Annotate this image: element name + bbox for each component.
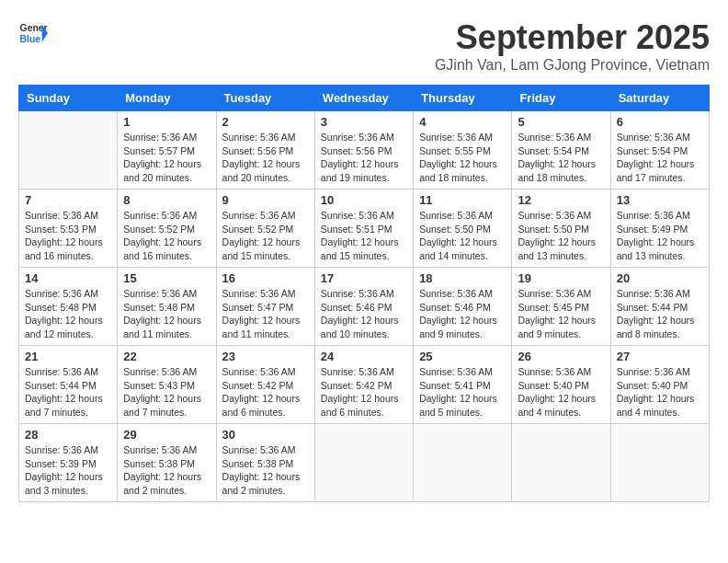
cell-sun-info: Sunrise: 5:36 AM Sunset: 5:41 PM Dayligh… (419, 365, 506, 419)
cell-sun-info: Sunrise: 5:36 AM Sunset: 5:46 PM Dayligh… (321, 287, 407, 341)
calendar-cell: 28Sunrise: 5:36 AM Sunset: 5:39 PM Dayli… (19, 424, 118, 502)
day-number: 6 (617, 115, 703, 129)
week-row-3: 14Sunrise: 5:36 AM Sunset: 5:48 PM Dayli… (19, 268, 710, 346)
day-number: 11 (419, 193, 506, 207)
day-number: 16 (222, 271, 309, 285)
calendar-cell: 20Sunrise: 5:36 AM Sunset: 5:44 PM Dayli… (610, 268, 709, 346)
title-section: September 2025 GJinh Van, Lam GJong Prov… (435, 18, 710, 74)
cell-sun-info: Sunrise: 5:36 AM Sunset: 5:48 PM Dayligh… (25, 287, 111, 341)
day-number: 9 (222, 193, 309, 207)
cell-sun-info: Sunrise: 5:36 AM Sunset: 5:55 PM Dayligh… (419, 131, 506, 185)
calendar-cell: 22Sunrise: 5:36 AM Sunset: 5:43 PM Dayli… (118, 346, 216, 424)
calendar-header-row: SundayMondayTuesdayWednesdayThursdayFrid… (19, 86, 710, 111)
cell-sun-info: Sunrise: 5:36 AM Sunset: 5:44 PM Dayligh… (617, 287, 703, 341)
logo-icon: General Blue (18, 18, 48, 48)
location-subtitle: GJinh Van, Lam GJong Province, Vietnam (435, 57, 710, 74)
calendar-cell: 9Sunrise: 5:36 AM Sunset: 5:52 PM Daylig… (216, 190, 314, 268)
week-row-5: 28Sunrise: 5:36 AM Sunset: 5:39 PM Dayli… (19, 424, 710, 502)
day-number: 10 (321, 193, 407, 207)
day-number: 5 (518, 115, 604, 129)
cell-sun-info: Sunrise: 5:36 AM Sunset: 5:57 PM Dayligh… (123, 131, 210, 185)
calendar-cell: 11Sunrise: 5:36 AM Sunset: 5:50 PM Dayli… (414, 190, 512, 268)
week-row-2: 7Sunrise: 5:36 AM Sunset: 5:53 PM Daylig… (19, 190, 710, 268)
calendar-cell: 15Sunrise: 5:36 AM Sunset: 5:48 PM Dayli… (118, 268, 216, 346)
calendar-cell: 4Sunrise: 5:36 AM Sunset: 5:55 PM Daylig… (414, 111, 512, 190)
header-wednesday: Wednesday (314, 86, 413, 111)
calendar-cell: 6Sunrise: 5:36 AM Sunset: 5:54 PM Daylig… (610, 111, 709, 190)
day-number: 12 (518, 193, 604, 207)
day-number: 15 (123, 271, 210, 285)
calendar-cell: 19Sunrise: 5:36 AM Sunset: 5:45 PM Dayli… (512, 268, 610, 346)
calendar-cell (512, 424, 610, 502)
day-number: 8 (123, 193, 210, 207)
cell-sun-info: Sunrise: 5:36 AM Sunset: 5:42 PM Dayligh… (321, 365, 407, 419)
header-thursday: Thursday (414, 86, 512, 111)
cell-sun-info: Sunrise: 5:36 AM Sunset: 5:42 PM Dayligh… (222, 365, 309, 419)
day-number: 14 (25, 271, 111, 285)
page-header: General Blue September 2025 GJinh Van, L… (18, 18, 710, 74)
calendar-cell: 23Sunrise: 5:36 AM Sunset: 5:42 PM Dayli… (216, 346, 314, 424)
calendar-cell: 16Sunrise: 5:36 AM Sunset: 5:47 PM Dayli… (216, 268, 314, 346)
calendar-cell: 8Sunrise: 5:36 AM Sunset: 5:52 PM Daylig… (118, 190, 216, 268)
cell-sun-info: Sunrise: 5:36 AM Sunset: 5:52 PM Dayligh… (222, 209, 309, 263)
day-number: 24 (321, 350, 407, 363)
calendar-cell (314, 424, 413, 502)
day-number: 18 (419, 271, 506, 285)
calendar-cell: 21Sunrise: 5:36 AM Sunset: 5:44 PM Dayli… (19, 346, 118, 424)
calendar-table: SundayMondayTuesdayWednesdayThursdayFrid… (18, 85, 710, 502)
cell-sun-info: Sunrise: 5:36 AM Sunset: 5:51 PM Dayligh… (321, 209, 407, 263)
cell-sun-info: Sunrise: 5:36 AM Sunset: 5:40 PM Dayligh… (518, 365, 604, 419)
cell-sun-info: Sunrise: 5:36 AM Sunset: 5:47 PM Dayligh… (222, 287, 309, 341)
day-number: 2 (222, 115, 309, 129)
cell-sun-info: Sunrise: 5:36 AM Sunset: 5:56 PM Dayligh… (222, 131, 309, 185)
day-number: 17 (321, 271, 407, 285)
logo: General Blue (18, 18, 48, 48)
calendar-cell: 30Sunrise: 5:36 AM Sunset: 5:38 PM Dayli… (216, 424, 314, 502)
week-row-1: 1Sunrise: 5:36 AM Sunset: 5:57 PM Daylig… (19, 111, 710, 190)
header-tuesday: Tuesday (216, 86, 314, 111)
header-sunday: Sunday (19, 86, 118, 111)
cell-sun-info: Sunrise: 5:36 AM Sunset: 5:54 PM Dayligh… (617, 131, 703, 185)
week-row-4: 21Sunrise: 5:36 AM Sunset: 5:44 PM Dayli… (19, 346, 710, 424)
calendar-cell (610, 424, 709, 502)
cell-sun-info: Sunrise: 5:36 AM Sunset: 5:49 PM Dayligh… (617, 209, 703, 263)
cell-sun-info: Sunrise: 5:36 AM Sunset: 5:48 PM Dayligh… (123, 287, 210, 341)
calendar-cell (19, 111, 118, 190)
calendar-cell: 24Sunrise: 5:36 AM Sunset: 5:42 PM Dayli… (314, 346, 413, 424)
day-number: 20 (617, 271, 703, 285)
header-saturday: Saturday (610, 86, 709, 111)
calendar-cell: 7Sunrise: 5:36 AM Sunset: 5:53 PM Daylig… (19, 190, 118, 268)
day-number: 21 (25, 350, 111, 363)
calendar-cell: 3Sunrise: 5:36 AM Sunset: 5:56 PM Daylig… (314, 111, 413, 190)
calendar-cell: 17Sunrise: 5:36 AM Sunset: 5:46 PM Dayli… (314, 268, 413, 346)
cell-sun-info: Sunrise: 5:36 AM Sunset: 5:56 PM Dayligh… (321, 131, 407, 185)
cell-sun-info: Sunrise: 5:36 AM Sunset: 5:44 PM Dayligh… (25, 365, 111, 419)
day-number: 26 (518, 350, 604, 363)
day-number: 23 (222, 350, 309, 363)
day-number: 22 (123, 350, 210, 363)
cell-sun-info: Sunrise: 5:36 AM Sunset: 5:39 PM Dayligh… (25, 443, 111, 498)
calendar-cell: 12Sunrise: 5:36 AM Sunset: 5:50 PM Dayli… (512, 190, 610, 268)
day-number: 19 (518, 271, 604, 285)
day-number: 30 (222, 428, 309, 442)
calendar-cell (414, 424, 512, 502)
calendar-cell: 1Sunrise: 5:36 AM Sunset: 5:57 PM Daylig… (118, 111, 216, 190)
day-number: 27 (617, 350, 703, 363)
cell-sun-info: Sunrise: 5:36 AM Sunset: 5:38 PM Dayligh… (222, 443, 309, 498)
calendar-cell: 14Sunrise: 5:36 AM Sunset: 5:48 PM Dayli… (19, 268, 118, 346)
calendar-cell: 26Sunrise: 5:36 AM Sunset: 5:40 PM Dayli… (512, 346, 610, 424)
calendar-cell: 18Sunrise: 5:36 AM Sunset: 5:46 PM Dayli… (414, 268, 512, 346)
calendar-cell: 29Sunrise: 5:36 AM Sunset: 5:38 PM Dayli… (118, 424, 216, 502)
day-number: 4 (419, 115, 506, 129)
cell-sun-info: Sunrise: 5:36 AM Sunset: 5:45 PM Dayligh… (518, 287, 604, 341)
day-number: 7 (25, 193, 111, 207)
cell-sun-info: Sunrise: 5:36 AM Sunset: 5:50 PM Dayligh… (419, 209, 506, 263)
calendar-cell: 13Sunrise: 5:36 AM Sunset: 5:49 PM Dayli… (610, 190, 709, 268)
day-number: 25 (419, 350, 506, 363)
calendar-cell: 25Sunrise: 5:36 AM Sunset: 5:41 PM Dayli… (414, 346, 512, 424)
month-title: September 2025 (435, 18, 710, 57)
day-number: 28 (25, 428, 111, 442)
cell-sun-info: Sunrise: 5:36 AM Sunset: 5:50 PM Dayligh… (518, 209, 604, 263)
cell-sun-info: Sunrise: 5:36 AM Sunset: 5:52 PM Dayligh… (123, 209, 210, 263)
calendar-cell: 27Sunrise: 5:36 AM Sunset: 5:40 PM Dayli… (610, 346, 709, 424)
